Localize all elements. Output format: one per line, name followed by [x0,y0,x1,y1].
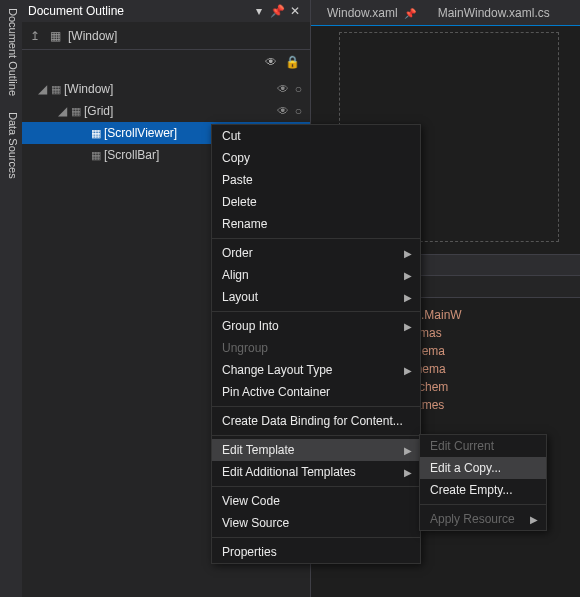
menu-item[interactable]: View Code [212,490,420,512]
tab-label: MainWindow.xaml.cs [438,6,550,20]
menu-item-label: Edit Template [222,443,295,457]
chevron-right-icon: ▶ [404,467,412,478]
tree-node[interactable]: ◢▦[Grid]👁○ [22,100,310,122]
breadcrumb: ↥ ▦ [Window] [22,22,310,50]
close-icon[interactable]: ✕ [286,4,304,18]
menu-item[interactable]: Cut [212,125,420,147]
menu-item-label: Copy [222,151,250,165]
eye-icon[interactable]: 👁 [277,104,289,118]
submenu-item-label: Apply Resource [430,512,515,526]
submenu-item-label: Edit Current [430,439,494,453]
pin-icon[interactable]: 📌 [404,8,416,19]
lock-ring-icon[interactable]: ○ [295,104,302,118]
menu-item[interactable]: Edit Template▶ [212,439,420,461]
menu-separator [212,435,420,436]
menu-item-label: Paste [222,173,253,187]
vertical-tab-strip: Document Outline Data Sources [0,0,22,597]
breadcrumb-label[interactable]: [Window] [68,29,117,43]
menu-item-label: Pin Active Container [222,385,330,399]
menu-item-label: View Source [222,516,289,530]
menu-item-label: Ungroup [222,341,268,355]
submenu-item-label: Edit a Copy... [430,461,501,475]
panel-title: Document Outline [28,4,250,18]
menu-item[interactable]: View Source [212,512,420,534]
chevron-right-icon: ▶ [530,514,538,525]
tree-node-label: [Grid] [84,104,277,118]
chevron-right-icon: ▶ [404,445,412,456]
tree-node[interactable]: ◢▦[Window]👁○ [22,78,310,100]
eye-icon: 👁 [265,55,277,69]
menu-item-label: Rename [222,217,267,231]
chevron-right-icon: ▶ [404,321,412,332]
lock-icon: 🔒 [285,55,300,69]
menu-item-label: Create Data Binding for Content... [222,414,403,428]
menu-item[interactable]: Group Into▶ [212,315,420,337]
menu-item-label: View Code [222,494,280,508]
menu-separator [420,504,546,505]
chevron-right-icon: ▶ [404,270,412,281]
element-icon: ▦ [88,149,104,162]
menu-separator [212,406,420,407]
dropdown-icon[interactable]: ▾ [250,4,268,18]
menu-separator [212,311,420,312]
pin-icon[interactable]: 📌 [268,4,286,18]
element-icon: ▦ [68,105,84,118]
submenu-item[interactable]: Create Empty... [420,479,546,501]
menu-separator [212,238,420,239]
menu-item[interactable]: Pin Active Container [212,381,420,403]
menu-item: Ungroup [212,337,420,359]
panel-header: Document Outline ▾ 📌 ✕ [22,0,310,22]
grid-icon: ▦ [48,29,62,43]
chevron-right-icon: ▶ [404,365,412,376]
menu-item-label: Group Into [222,319,279,333]
visibility-header: 👁 🔒 [22,50,310,74]
submenu-item: Edit Current [420,435,546,457]
vtab-data-sources[interactable]: Data Sources [0,104,22,187]
chevron-right-icon: ▶ [404,248,412,259]
menu-item[interactable]: Change Layout Type▶ [212,359,420,381]
menu-separator [212,537,420,538]
submenu-item[interactable]: Edit a Copy... [420,457,546,479]
menu-item-label: Change Layout Type [222,363,333,377]
tab-label: Window.xaml [327,6,398,20]
menu-item[interactable]: Edit Additional Templates▶ [212,461,420,483]
lock-ring-icon[interactable]: ○ [295,82,302,96]
menu-item-label: Delete [222,195,257,209]
submenu-item: Apply Resource▶ [420,508,546,530]
menu-item[interactable]: Align▶ [212,264,420,286]
up-arrow-icon[interactable]: ↥ [28,29,42,43]
menu-item-label: Edit Additional Templates [222,465,356,479]
element-icon: ▦ [88,127,104,140]
expander-icon[interactable]: ◢ [36,82,48,96]
menu-item[interactable]: Order▶ [212,242,420,264]
menu-item-label: Align [222,268,249,282]
editor-tabs: Window.xaml 📌 MainWindow.xaml.cs [311,0,580,26]
menu-item[interactable]: Paste [212,169,420,191]
menu-item[interactable]: Delete [212,191,420,213]
tree-node-label: [Window] [64,82,277,96]
menu-item-label: Order [222,246,253,260]
submenu-item-label: Create Empty... [430,483,512,497]
menu-item[interactable]: Copy [212,147,420,169]
expander-icon[interactable]: ◢ [56,104,68,118]
tab-mainwindow-cs[interactable]: MainWindow.xaml.cs [428,1,560,25]
eye-icon[interactable]: 👁 [277,82,289,96]
menu-separator [212,486,420,487]
chevron-right-icon: ▶ [404,292,412,303]
menu-item[interactable]: Rename [212,213,420,235]
element-icon: ▦ [48,83,64,96]
menu-item[interactable]: Layout▶ [212,286,420,308]
menu-item-label: Layout [222,290,258,304]
menu-item[interactable]: Create Data Binding for Content... [212,410,420,432]
edit-template-submenu: Edit CurrentEdit a Copy...Create Empty..… [419,434,547,531]
menu-item-label: Cut [222,129,241,143]
menu-item-label: Properties [222,545,277,559]
tab-window-xaml[interactable]: Window.xaml 📌 [317,1,426,25]
context-menu: CutCopyPasteDeleteRenameOrder▶Align▶Layo… [211,124,421,564]
vtab-document-outline[interactable]: Document Outline [0,0,22,104]
menu-item[interactable]: Properties [212,541,420,563]
